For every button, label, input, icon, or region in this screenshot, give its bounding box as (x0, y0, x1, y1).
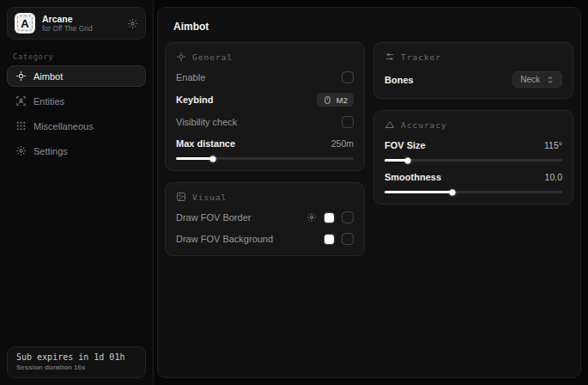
smoothness-label: Smoothness (385, 172, 441, 182)
draw-fov-border-label: Draw FOV Border (176, 212, 251, 223)
brand-text: Arcane for Off The Grid (42, 14, 120, 34)
crosshair-icon (176, 52, 186, 62)
smoothness-row: Smoothness 10.0 (385, 171, 562, 183)
max-distance-slider[interactable] (176, 157, 354, 160)
sidebar-item-miscellaneous[interactable]: Miscellaneous (7, 115, 146, 137)
gear-icon[interactable] (306, 212, 317, 223)
slider-thumb[interactable] (449, 189, 455, 195)
fov-size-row: FOV Size 115° (385, 139, 562, 151)
fov-border-color-swatch[interactable] (324, 212, 335, 223)
visual-panel: Visual Draw FOV Border (165, 182, 365, 256)
sub-expires-text: Sub expires in 1d 01h (16, 352, 136, 362)
fov-size-slider[interactable] (385, 159, 562, 162)
sidebar-item-settings[interactable]: Settings (7, 140, 146, 162)
gear-icon (15, 145, 27, 156)
smoothness-slider[interactable] (385, 191, 562, 193)
draw-fov-background-label: Draw FOV Background (176, 234, 273, 244)
sidebar-item-label: Miscellaneous (33, 121, 94, 131)
visibility-check-checkbox[interactable] (342, 116, 354, 128)
mouse-icon (323, 95, 332, 105)
app-name: Arcane (42, 14, 120, 24)
keybind-value: M2 (336, 95, 348, 105)
fov-size-value: 115° (544, 140, 562, 150)
slider-thumb[interactable] (404, 157, 410, 163)
sidebar-nav: Aimbot Entities Miscellaneous (0, 65, 153, 162)
sidebar-item-label: Settings (33, 146, 68, 156)
subscription-status-card: Sub expires in 1d 01h Session duration 1… (7, 346, 146, 378)
panel-title: General (192, 52, 233, 62)
draw-fov-border-checkbox[interactable] (342, 211, 354, 223)
panel-title: Visual (192, 192, 227, 202)
draw-fov-background-checkbox[interactable] (342, 233, 354, 245)
sidebar-item-entities[interactable]: Entities (7, 90, 146, 112)
app-logo: A (15, 13, 35, 34)
general-panel: General Enable Keybind (165, 42, 365, 171)
session-duration-text: Session duration 16s (16, 364, 136, 371)
max-distance-value: 250m (331, 138, 354, 149)
app-subtitle: for Off The Grid (42, 25, 120, 34)
slider-thumb[interactable] (210, 156, 216, 162)
tracker-panel: Tracker Bones Neck (373, 42, 573, 99)
gear-icon[interactable] (127, 18, 138, 29)
bones-label: Bones (385, 75, 414, 85)
enable-checkbox[interactable] (342, 71, 354, 83)
bones-select[interactable]: Neck (512, 71, 562, 88)
draw-fov-background-row: Draw FOV Background (176, 233, 354, 245)
chevrons-up-down-icon (546, 76, 555, 84)
sliders-icon (385, 52, 395, 62)
accuracy-panel: Accuracy FOV Size 115° Smoothness 10.0 (373, 110, 573, 205)
visibility-check-label: Visibility check (176, 117, 237, 127)
sidebar-item-label: Entities (33, 96, 64, 107)
sidebar-item-aimbot[interactable]: Aimbot (7, 65, 146, 87)
grip-dots-icon (15, 120, 27, 131)
draw-fov-border-row: Draw FOV Border (176, 211, 354, 223)
sidebar-item-label: Aimbot (33, 71, 63, 82)
max-distance-label: Max distance (176, 138, 235, 149)
image-icon (176, 192, 186, 202)
enable-label: Enable (176, 72, 205, 82)
person-scan-icon (15, 95, 27, 107)
bones-selected-value: Neck (520, 75, 540, 84)
fov-background-color-swatch[interactable] (324, 234, 335, 245)
visibility-check-row: Visibility check (176, 116, 354, 128)
keybind-label: Keybind (176, 95, 213, 105)
page-title: Aimbot (158, 8, 580, 42)
brand-card: A Arcane for Off The Grid (7, 7, 146, 40)
category-label: Category (13, 52, 153, 61)
max-distance-row: Max distance 250m (176, 138, 354, 150)
bones-row: Bones Neck (385, 71, 562, 88)
fov-size-label: FOV Size (385, 140, 426, 150)
panel-title: Accuracy (401, 120, 447, 130)
keybind-button[interactable]: M2 (317, 93, 354, 107)
triangle-icon (385, 119, 395, 130)
keybind-row: Keybind M2 (176, 93, 354, 107)
crosshair-icon (15, 70, 27, 82)
panel-title: Tracker (401, 52, 441, 62)
sidebar: A Arcane for Off The Grid Category Aimbo… (0, 0, 154, 385)
main-content: Aimbot General Enable (157, 7, 581, 378)
smoothness-value: 10.0 (545, 172, 562, 182)
enable-row: Enable (176, 71, 354, 83)
